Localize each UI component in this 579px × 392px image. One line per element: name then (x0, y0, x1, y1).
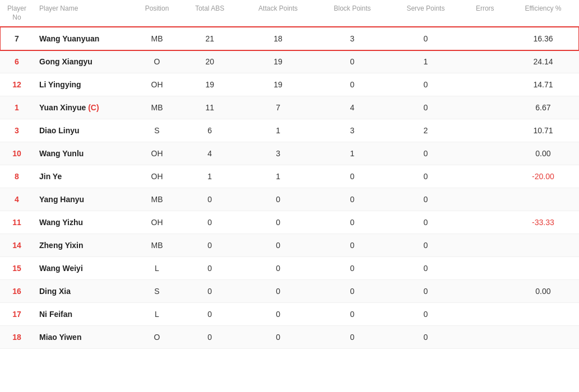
efficiency: 14.71 (507, 73, 579, 96)
efficiency (507, 257, 579, 280)
table-row: 18Miao YiwenO0000 (0, 326, 579, 349)
serve-points: 0 (388, 303, 462, 326)
table-row: 4Yang HanyuMB0000 (0, 188, 579, 211)
player-number: 4 (0, 188, 34, 211)
efficiency: -33.33 (507, 211, 579, 234)
player-position: MB (135, 96, 179, 119)
player-name: Yang Hanyu (34, 188, 135, 211)
efficiency: 6.67 (507, 96, 579, 119)
total-abs: 4 (179, 142, 240, 165)
attack-points: 0 (240, 257, 316, 280)
errors (463, 211, 507, 234)
total-abs: 0 (179, 211, 240, 234)
block-points: 0 (316, 257, 388, 280)
player-number: 7 (0, 27, 34, 50)
total-abs: 20 (179, 50, 240, 73)
errors (463, 165, 507, 188)
attack-points: 7 (240, 96, 316, 119)
col-header-efficiency: Efficiency % (507, 0, 579, 27)
attack-points: 3 (240, 142, 316, 165)
table-row: 6Gong XiangyuO20190124.14 (0, 50, 579, 73)
table-row: 1Yuan Xinyue (C)MB117406.67 (0, 96, 579, 119)
col-header-attack-points: Attack Points (240, 0, 316, 27)
table-row: 12Li YingyingOH19190014.71 (0, 73, 579, 96)
player-name: Jin Ye (34, 165, 135, 188)
col-header-player-no: PlayerNo (0, 0, 34, 27)
player-position: MB (135, 234, 179, 257)
efficiency: 10.71 (507, 119, 579, 142)
player-position: L (135, 303, 179, 326)
total-abs: 0 (179, 234, 240, 257)
serve-points: 0 (388, 326, 462, 349)
col-header-serve-points: Serve Points (388, 0, 462, 27)
table-row: 7Wang YuanyuanMB21183016.36 (0, 27, 579, 50)
total-abs: 21 (179, 27, 240, 50)
errors (463, 234, 507, 257)
efficiency: 16.36 (507, 27, 579, 50)
attack-points: 0 (240, 280, 316, 303)
player-name: Wang Yuanyuan (34, 27, 135, 50)
block-points: 0 (316, 234, 388, 257)
serve-points: 0 (388, 188, 462, 211)
total-abs: 0 (179, 303, 240, 326)
col-header-errors: Errors (463, 0, 507, 27)
total-abs: 19 (179, 73, 240, 96)
block-points: 0 (316, 303, 388, 326)
serve-points: 0 (388, 73, 462, 96)
block-points: 3 (316, 27, 388, 50)
table-row: 11Wang YizhuOH0000-33.33 (0, 211, 579, 234)
serve-points: 2 (388, 119, 462, 142)
player-number: 8 (0, 165, 34, 188)
block-points: 0 (316, 326, 388, 349)
player-name: Ding Xia (34, 280, 135, 303)
errors (463, 188, 507, 211)
total-abs: 11 (179, 96, 240, 119)
block-points: 0 (316, 50, 388, 73)
player-number: 11 (0, 211, 34, 234)
player-position: OH (135, 142, 179, 165)
player-name: Wang Yizhu (34, 211, 135, 234)
attack-points: 1 (240, 165, 316, 188)
errors (463, 96, 507, 119)
captain-label: (C) (88, 103, 99, 112)
player-name: Yuan Xinyue (C) (34, 96, 135, 119)
serve-points: 0 (388, 280, 462, 303)
col-header-total-abs: Total ABS (179, 0, 240, 27)
block-points: 4 (316, 96, 388, 119)
serve-points: 0 (388, 142, 462, 165)
attack-points: 1 (240, 119, 316, 142)
errors (463, 303, 507, 326)
efficiency (507, 234, 579, 257)
player-number: 3 (0, 119, 34, 142)
efficiency (507, 326, 579, 349)
block-points: 0 (316, 280, 388, 303)
player-name: Gong Xiangyu (34, 50, 135, 73)
table-row: 10Wang YunluOH43100.00 (0, 142, 579, 165)
player-number: 18 (0, 326, 34, 349)
table-row: 16Ding XiaS00000.00 (0, 280, 579, 303)
player-name: Miao Yiwen (34, 326, 135, 349)
errors (463, 73, 507, 96)
player-position: MB (135, 188, 179, 211)
attack-points: 19 (240, 50, 316, 73)
player-position: L (135, 257, 179, 280)
serve-points: 0 (388, 165, 462, 188)
attack-points: 0 (240, 211, 316, 234)
player-position: O (135, 326, 179, 349)
efficiency (507, 188, 579, 211)
total-abs: 0 (179, 257, 240, 280)
errors (463, 27, 507, 50)
attack-points: 0 (240, 303, 316, 326)
block-points: 3 (316, 119, 388, 142)
errors (463, 50, 507, 73)
player-position: MB (135, 27, 179, 50)
attack-points: 0 (240, 234, 316, 257)
block-points: 0 (316, 211, 388, 234)
serve-points: 0 (388, 257, 462, 280)
player-position: OH (135, 165, 179, 188)
player-position: OH (135, 211, 179, 234)
efficiency (507, 303, 579, 326)
player-number: 12 (0, 73, 34, 96)
efficiency: 0.00 (507, 280, 579, 303)
total-abs: 6 (179, 119, 240, 142)
